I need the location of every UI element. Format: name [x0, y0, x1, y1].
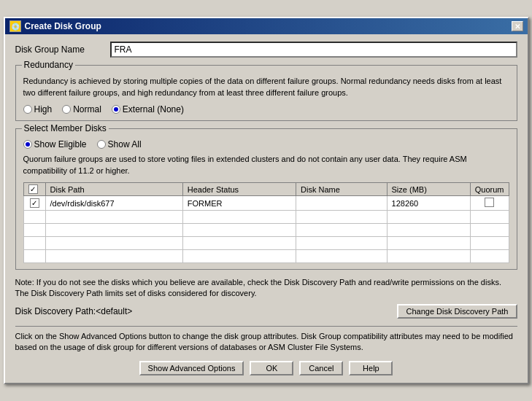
empty-row-3 — [23, 237, 509, 250]
radio-high-label: High — [34, 104, 53, 114]
row-header-status: FORMER — [182, 196, 296, 211]
dialog-content: Disk Group Name Redundancy Redundancy is… — [5, 34, 528, 382]
main-window: 💿 Create Disk Group ✕ Disk Group Name Re… — [4, 17, 529, 384]
member-disks-label: Select Member Disks — [22, 123, 109, 133]
disk-group-name-label: Disk Group Name — [15, 44, 110, 55]
col-disk-path: Disk Path — [45, 183, 182, 196]
radio-external-circle[interactable] — [112, 105, 120, 114]
row-checkbox[interactable] — [30, 198, 39, 208]
empty-cell — [470, 250, 509, 263]
empty-cell — [470, 224, 509, 237]
empty-cell — [182, 250, 296, 263]
disk-table: Disk Path Header Status Disk Name Size (… — [23, 182, 509, 263]
redundancy-label: Redundancy — [22, 60, 75, 70]
row-checkbox-cell — [23, 196, 45, 211]
empty-cell — [387, 250, 470, 263]
row-size-mb: 128260 — [387, 196, 470, 211]
empty-cell — [296, 224, 387, 237]
empty-cell — [23, 224, 45, 237]
empty-cell — [296, 211, 387, 224]
col-header-status: Header Status — [182, 183, 296, 196]
discovery-path-row: Disk Discovery Path:<default> Change Dis… — [15, 304, 517, 319]
radio-show-all[interactable]: Show All — [97, 139, 142, 149]
ok-button[interactable]: OK — [250, 361, 293, 375]
row-quorum-checkbox[interactable] — [485, 198, 494, 207]
empty-cell — [45, 250, 182, 263]
empty-cell — [470, 237, 509, 250]
bottom-button-row: Show Advanced Options OK Cancel Help — [15, 361, 517, 375]
empty-cell — [23, 237, 45, 250]
cancel-button[interactable]: Cancel — [299, 361, 343, 375]
empty-cell — [387, 211, 470, 224]
empty-cell — [45, 211, 182, 224]
row-disk-path: /dev/rdisk/disk677 — [45, 196, 182, 211]
redundancy-radio-group: High Normal External (None) — [23, 104, 509, 114]
radio-external-label: External (None) — [123, 104, 184, 114]
col-size-mb: Size (MB) — [387, 183, 470, 196]
discovery-label-text: Disk Discovery Path: — [15, 306, 96, 316]
empty-cell — [23, 211, 45, 224]
empty-cell — [23, 250, 45, 263]
radio-external[interactable]: External (None) — [112, 104, 184, 114]
window-title: Create Disk Group — [25, 21, 101, 31]
show-options-row: Show Eligible Show All — [23, 139, 509, 149]
change-discovery-path-button[interactable]: Change Disk Discovery Path — [397, 304, 517, 319]
title-bar: 💿 Create Disk Group ✕ — [5, 18, 528, 34]
divider — [15, 326, 517, 327]
radio-show-all-circle[interactable] — [97, 140, 106, 149]
empty-row-4 — [23, 250, 509, 263]
discovery-note: Note: If you do not see the disks which … — [15, 277, 517, 300]
close-button[interactable]: ✕ — [512, 21, 523, 31]
radio-high-circle[interactable] — [23, 105, 32, 114]
empty-cell — [387, 224, 470, 237]
empty-cell — [45, 237, 182, 250]
disk-group-name-input[interactable] — [110, 42, 517, 58]
radio-normal[interactable]: Normal — [62, 104, 101, 114]
col-quorum: Quorum — [470, 183, 509, 196]
table-row: /dev/rdisk/disk677 FORMER 128260 — [23, 196, 509, 211]
discovery-path-label: Disk Discovery Path:<default> — [15, 306, 133, 316]
disk-group-name-row: Disk Group Name — [15, 42, 517, 58]
help-button[interactable]: Help — [349, 361, 393, 375]
empty-cell — [296, 237, 387, 250]
redundancy-group: Redundancy Redundancy is achieved by sto… — [15, 65, 517, 121]
radio-high[interactable]: High — [23, 104, 53, 114]
quorum-description: Quorum failure groups are used to store … — [23, 154, 509, 176]
table-body: /dev/rdisk/disk677 FORMER 128260 — [23, 196, 509, 263]
title-bar-content: 💿 Create Disk Group — [9, 20, 101, 32]
empty-cell — [45, 224, 182, 237]
radio-show-eligible-circle[interactable] — [23, 140, 32, 149]
empty-row-2 — [23, 224, 509, 237]
member-disks-content: Show Eligible Show All Quorum failure gr… — [16, 129, 517, 269]
radio-show-all-label: Show All — [108, 139, 142, 149]
redundancy-description: Redundancy is achieved by storing multip… — [23, 76, 509, 98]
empty-cell — [182, 237, 296, 250]
header-checkbox[interactable] — [28, 184, 38, 194]
empty-cell — [470, 211, 509, 224]
discovery-path-value: <default> — [96, 306, 132, 316]
empty-cell — [182, 211, 296, 224]
empty-row-1 — [23, 211, 509, 224]
row-disk-name — [296, 196, 387, 211]
radio-normal-label: Normal — [73, 104, 101, 114]
redundancy-content: Redundancy is achieved by storing multip… — [16, 66, 517, 120]
member-disks-group: Select Member Disks Show Eligible Show A… — [15, 128, 517, 270]
empty-cell — [296, 250, 387, 263]
col-disk-name: Disk Name — [296, 183, 387, 196]
radio-show-eligible-label: Show Eligible — [34, 139, 87, 149]
col-checkbox — [23, 183, 45, 196]
table-header-row: Disk Path Header Status Disk Name Size (… — [23, 183, 509, 196]
empty-cell — [182, 224, 296, 237]
radio-show-eligible[interactable]: Show Eligible — [23, 139, 87, 149]
empty-cell — [387, 237, 470, 250]
bottom-note: Click on the Show Advanced Options butto… — [15, 331, 517, 354]
row-quorum-cell — [470, 196, 509, 211]
window-icon: 💿 — [9, 20, 21, 32]
show-advanced-options-button[interactable]: Show Advanced Options — [139, 361, 244, 375]
radio-normal-circle[interactable] — [62, 105, 71, 114]
